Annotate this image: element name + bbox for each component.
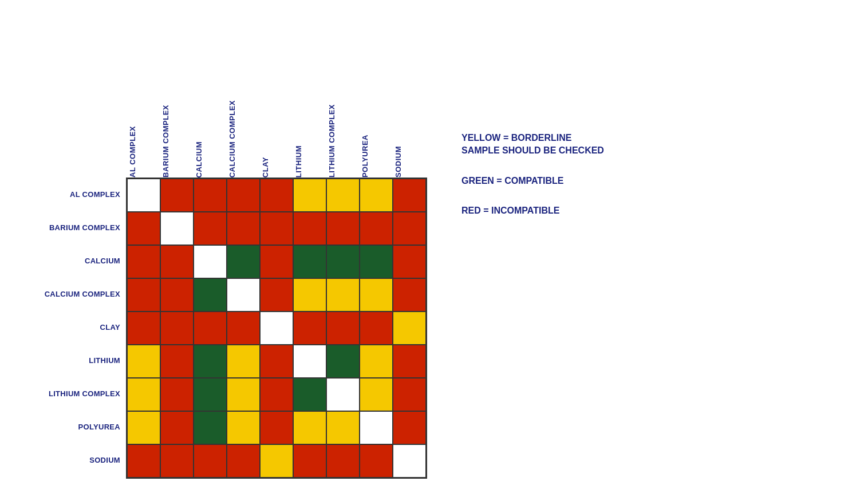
- col-header-2: CALCIUM: [195, 17, 228, 178]
- cell-2-5: [293, 245, 326, 278]
- col-header-text-8: SODIUM: [394, 144, 403, 178]
- grid-row-8: [127, 444, 426, 478]
- cell-3-4: [260, 278, 293, 312]
- cell-4-8: [393, 312, 426, 345]
- row-label-2: CALCIUM: [11, 244, 126, 277]
- cell-0-3: [227, 179, 260, 212]
- cell-4-4: [260, 312, 293, 345]
- cell-8-2: [194, 444, 227, 478]
- cell-3-6: [326, 278, 360, 312]
- cell-0-4: [260, 179, 293, 212]
- cell-0-1: [160, 179, 194, 212]
- col-header-7: POLYUREA: [361, 17, 394, 178]
- cell-5-0: [127, 345, 160, 378]
- col-header-text-0: AL COMPLEX: [128, 124, 137, 178]
- cell-1-0: [127, 212, 160, 245]
- grid-row-4: [127, 312, 426, 345]
- col-header-0: AL COMPLEX: [128, 17, 161, 178]
- col-header-5: LITHIUM: [294, 17, 328, 178]
- row-labels: AL COMPLEXBARIUM COMPLEXCALCIUMCALCIUM C…: [11, 178, 126, 479]
- cell-6-7: [360, 378, 393, 411]
- cell-7-3: [227, 411, 260, 444]
- row-label-0: AL COMPLEX: [11, 178, 126, 211]
- row-label-5: LITHIUM: [11, 344, 126, 377]
- col-header-text-2: CALCIUM: [195, 139, 203, 178]
- grid-row-3: [127, 278, 426, 312]
- cell-7-7: [360, 411, 393, 444]
- cell-1-6: [326, 212, 360, 245]
- cell-4-6: [326, 312, 360, 345]
- cell-3-8: [393, 278, 426, 312]
- cell-7-5: [293, 411, 326, 444]
- cell-3-0: [127, 278, 160, 312]
- col-header-3: CALCIUM COMPLEX: [228, 17, 261, 178]
- col-header-text-5: LITHIUM: [294, 143, 303, 178]
- cell-6-2: [194, 378, 227, 411]
- page-container: AL COMPLEXBARIUM COMPLEXCALCIUMCALCIUM C…: [11, 11, 604, 479]
- legend: YELLOW = BORDERLINESAMPLE SHOULD BE CHEC…: [461, 17, 604, 218]
- cell-5-2: [194, 345, 227, 378]
- grid-row-7: [127, 411, 426, 444]
- cell-8-1: [160, 444, 194, 478]
- cell-1-3: [227, 212, 260, 245]
- cell-3-7: [360, 278, 393, 312]
- row-label-7: POLYUREA: [11, 410, 126, 443]
- cell-0-0: [127, 179, 160, 212]
- cell-5-5: [293, 345, 326, 378]
- cell-5-3: [227, 345, 260, 378]
- cell-8-3: [227, 444, 260, 478]
- cell-1-7: [360, 212, 393, 245]
- row-label-6: LITHIUM COMPLEX: [11, 377, 126, 410]
- cell-8-7: [360, 444, 393, 478]
- cell-8-8: [393, 444, 426, 478]
- cell-4-2: [194, 312, 227, 345]
- cell-7-6: [326, 411, 360, 444]
- cell-6-6: [326, 378, 360, 411]
- col-header-text-3: CALCIUM COMPLEX: [228, 98, 236, 178]
- cell-8-6: [326, 444, 360, 478]
- grid-area: AL COMPLEXBARIUM COMPLEXCALCIUMCALCIUM C…: [11, 178, 427, 479]
- col-header-text-4: CLAY: [261, 155, 270, 178]
- cell-8-4: [260, 444, 293, 478]
- col-header-text-7: POLYUREA: [361, 132, 369, 178]
- legend-yellow: YELLOW = BORDERLINESAMPLE SHOULD BE CHEC…: [461, 132, 604, 157]
- cell-6-0: [127, 378, 160, 411]
- cell-2-1: [160, 245, 194, 278]
- cell-6-1: [160, 378, 194, 411]
- cell-1-8: [393, 212, 426, 245]
- col-header-text-6: LITHIUM COMPLEX: [328, 102, 336, 178]
- cell-0-8: [393, 179, 426, 212]
- row-label-3: CALCIUM COMPLEX: [11, 277, 126, 310]
- cell-2-0: [127, 245, 160, 278]
- cell-4-0: [127, 312, 160, 345]
- legend-red: RED = INCOMPATIBLE: [461, 204, 604, 217]
- cell-2-8: [393, 245, 426, 278]
- grid-row-6: [127, 378, 426, 411]
- cell-1-2: [194, 212, 227, 245]
- grid-row-2: [127, 245, 426, 278]
- row-label-1: BARIUM COMPLEX: [11, 211, 126, 244]
- cell-3-5: [293, 278, 326, 312]
- col-header-text-1: BARIUM COMPLEX: [161, 102, 170, 178]
- row-label-8: SODIUM: [11, 443, 126, 476]
- cell-7-8: [393, 411, 426, 444]
- cell-4-1: [160, 312, 194, 345]
- cell-8-5: [293, 444, 326, 478]
- cell-2-4: [260, 245, 293, 278]
- cell-0-7: [360, 179, 393, 212]
- cell-3-3: [227, 278, 260, 312]
- cell-2-3: [227, 245, 260, 278]
- cell-0-2: [194, 179, 227, 212]
- grid-row-1: [127, 212, 426, 245]
- row-label-4: CLAY: [11, 310, 126, 344]
- cell-2-7: [360, 245, 393, 278]
- cell-6-8: [393, 378, 426, 411]
- cell-5-4: [260, 345, 293, 378]
- cell-3-2: [194, 278, 227, 312]
- cell-4-5: [293, 312, 326, 345]
- cell-5-1: [160, 345, 194, 378]
- cell-6-4: [260, 378, 293, 411]
- cell-3-1: [160, 278, 194, 312]
- cell-2-2: [194, 245, 227, 278]
- cell-0-5: [293, 179, 326, 212]
